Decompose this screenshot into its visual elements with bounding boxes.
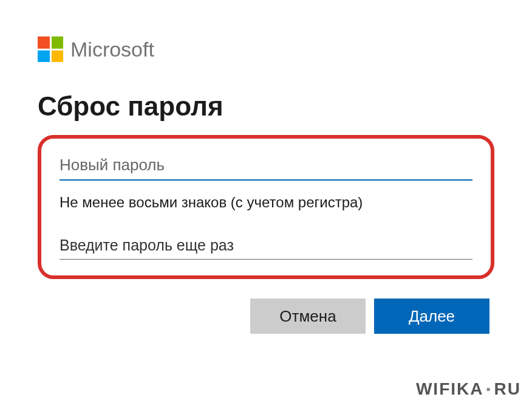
- brand-name: Microsoft: [70, 38, 154, 61]
- new-password-input[interactable]: [60, 152, 472, 181]
- password-form-highlight: Не менее восьми знаков (с учетом регистр…: [38, 135, 494, 279]
- watermark-part1: WIFIKA: [416, 379, 484, 399]
- next-button[interactable]: Далее: [374, 299, 489, 334]
- password-hint-text: Не менее восьми знаков (с учетом регистр…: [60, 194, 472, 211]
- brand-logo: Microsoft: [38, 36, 494, 62]
- button-row: Отмена Далее: [38, 299, 494, 334]
- watermark: WIFIKA ▪ RU: [416, 379, 521, 399]
- cancel-button[interactable]: Отмена: [250, 299, 366, 334]
- watermark-part2: RU: [494, 379, 521, 399]
- confirm-password-input[interactable]: [60, 233, 472, 260]
- page-title: Сброс пароля: [38, 91, 494, 122]
- microsoft-logo-icon: [38, 36, 63, 62]
- watermark-separator-icon: ▪: [486, 382, 491, 396]
